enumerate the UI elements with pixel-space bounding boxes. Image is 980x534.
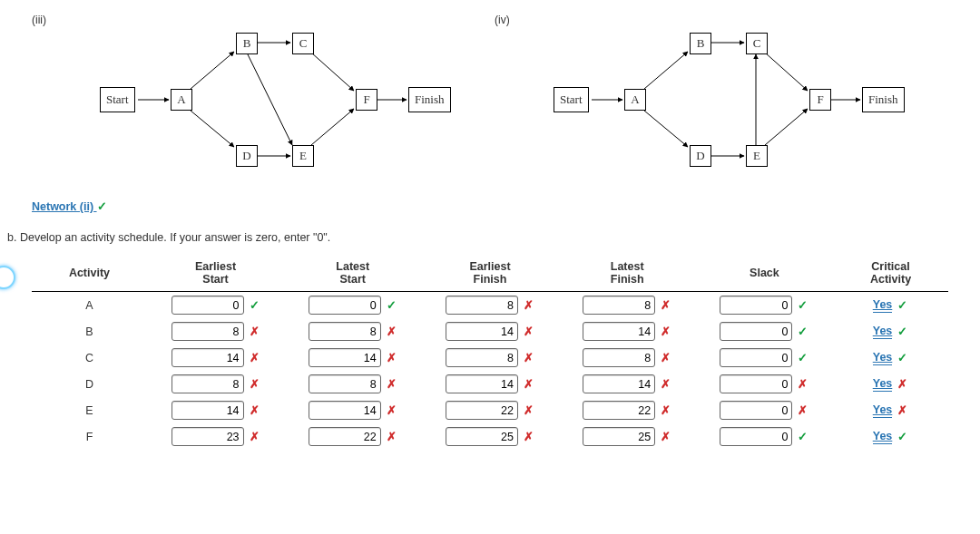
ls-input[interactable] [309, 427, 381, 446]
diagram-label: (iv) [495, 14, 510, 26]
svg-line-1 [191, 52, 234, 89]
ls-input[interactable] [309, 401, 381, 420]
slack-input[interactable] [720, 348, 792, 367]
node-f: F [356, 89, 377, 111]
ls-input[interactable] [309, 348, 381, 367]
x-icon: ✗ [387, 403, 397, 417]
x-icon: ✗ [897, 403, 908, 417]
th-ef: EarliestFinish [421, 255, 558, 292]
es-input[interactable] [172, 374, 244, 393]
slack-input[interactable] [720, 427, 792, 446]
th-activity: Activity [32, 255, 147, 292]
activity-label: A [32, 292, 147, 319]
network-answer-link[interactable]: Network (ii) ✓ [32, 199, 108, 213]
lf-input[interactable] [583, 296, 655, 315]
lf-input[interactable] [583, 427, 655, 446]
x-icon: ✗ [250, 377, 260, 391]
slack-input[interactable] [720, 322, 792, 341]
ef-input[interactable] [446, 427, 518, 446]
lf-input[interactable] [583, 374, 655, 393]
critical-select[interactable]: Yes [873, 430, 893, 444]
check-icon: ✓ [798, 325, 808, 338]
ef-input[interactable] [446, 348, 518, 367]
help-icon[interactable] [0, 266, 15, 289]
x-icon: ✗ [524, 325, 534, 338]
slack-input[interactable] [720, 296, 792, 315]
es-input[interactable] [172, 401, 244, 420]
node-e: E [292, 145, 314, 167]
x-icon: ✗ [387, 351, 397, 364]
x-icon: ✗ [524, 298, 534, 312]
lf-input[interactable] [583, 322, 655, 341]
activity-label: D [32, 371, 147, 397]
node-d: D [236, 145, 258, 167]
network-answer-text: Network (ii) [32, 200, 93, 213]
diagram-label: (iii) [32, 14, 46, 26]
critical-select[interactable]: Yes [873, 377, 893, 392]
table-row: D✗✗✗✗✗Yes ✗ [32, 371, 948, 397]
es-input[interactable] [172, 427, 244, 446]
lf-input[interactable] [583, 348, 655, 367]
node-b: B [690, 33, 711, 54]
check-icon: ✓ [897, 298, 908, 312]
svg-line-11 [644, 111, 688, 147]
check-icon: ✓ [897, 351, 908, 364]
critical-select[interactable]: Yes [873, 403, 893, 418]
slack-input[interactable] [720, 374, 792, 393]
th-lf: LatestFinish [559, 255, 696, 292]
critical-select[interactable]: Yes [873, 298, 893, 313]
diagram-row: (iii) Start A B C D E F [0, 0, 980, 172]
x-icon: ✗ [661, 351, 671, 364]
node-d: D [690, 145, 711, 167]
svg-line-16 [765, 53, 808, 91]
x-icon: ✗ [250, 430, 260, 443]
ef-input[interactable] [446, 296, 518, 315]
es-input[interactable] [172, 322, 244, 341]
svg-line-5 [247, 53, 292, 145]
x-icon: ✗ [524, 377, 534, 391]
ls-input[interactable] [309, 322, 381, 341]
node-finish: Finish [862, 87, 905, 112]
x-icon: ✗ [524, 351, 534, 364]
diagram-iv: (iv) Start A B C D E F [472, 9, 926, 172]
es-input[interactable] [172, 348, 244, 367]
x-icon: ✗ [250, 351, 260, 364]
x-icon: ✗ [897, 377, 908, 391]
ef-input[interactable] [446, 322, 518, 341]
x-icon: ✗ [387, 430, 397, 443]
table-row: E✗✗✗✗✗Yes ✗ [32, 397, 948, 423]
slack-input[interactable] [720, 401, 792, 420]
check-icon: ✓ [97, 199, 108, 213]
check-icon: ✓ [798, 298, 808, 312]
x-icon: ✗ [661, 430, 671, 443]
schedule-table: Activity EarliestStart LatestStart Earli… [32, 255, 948, 450]
x-icon: ✗ [524, 403, 534, 417]
node-start: Start [100, 87, 135, 112]
ef-input[interactable] [446, 374, 518, 393]
node-start: Start [554, 87, 589, 112]
table-row: A✓✓✗✗✓Yes ✓ [32, 292, 948, 319]
check-icon: ✓ [387, 298, 397, 312]
svg-line-2 [191, 111, 234, 147]
node-c: C [292, 33, 314, 54]
th-crit: CriticalActivity [833, 255, 948, 292]
x-icon: ✗ [661, 298, 671, 312]
lf-input[interactable] [583, 401, 655, 420]
x-icon: ✗ [661, 403, 671, 417]
ls-input[interactable] [309, 374, 381, 393]
critical-select[interactable]: Yes [873, 325, 893, 339]
ls-input[interactable] [309, 296, 381, 315]
critical-select[interactable]: Yes [873, 351, 893, 365]
node-a: A [171, 89, 192, 111]
th-es: EarliestStart [147, 255, 284, 292]
check-icon: ✓ [897, 325, 908, 338]
x-icon: ✗ [798, 377, 808, 391]
node-f: F [809, 89, 831, 111]
node-a: A [624, 89, 646, 111]
x-icon: ✗ [250, 325, 260, 338]
x-icon: ✗ [661, 325, 671, 338]
ef-input[interactable] [446, 401, 518, 420]
table-row: B✗✗✗✗✓Yes ✓ [32, 318, 948, 345]
es-input[interactable] [172, 296, 244, 315]
th-slack: Slack [696, 255, 833, 292]
